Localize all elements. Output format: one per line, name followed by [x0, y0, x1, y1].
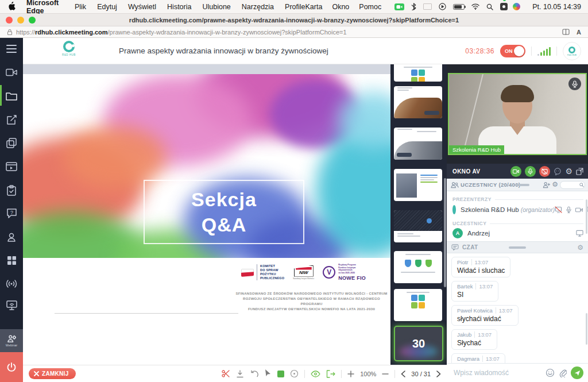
media-player-icon[interactable]: [0, 159, 23, 174]
input-language-flag-icon[interactable]: [423, 3, 432, 10]
mic-on-button[interactable]: [525, 166, 536, 177]
zoom-in-button[interactable]: [347, 371, 354, 377]
browser-addressbar[interactable]: https://rdhub.clickmeeting.com/prawne-as…: [0, 26, 588, 38]
slide-thumbnail[interactable]: [394, 86, 442, 118]
apps-grid-icon[interactable]: [0, 253, 23, 268]
zoom-out-button[interactable]: [382, 371, 389, 377]
next-slide-button[interactable]: [436, 371, 441, 377]
slide-thumbnail[interactable]: [394, 251, 442, 283]
slide-thumbnail[interactable]: [394, 289, 442, 321]
presenter-camera-icon[interactable]: [575, 207, 583, 213]
menubar-item-wyswietl[interactable]: Wyświetl: [128, 3, 156, 11]
pen-size-icon[interactable]: [290, 369, 299, 378]
slide-thumbnail-current[interactable]: 30: [394, 326, 443, 361]
connection-quality-icon[interactable]: [537, 47, 551, 56]
folder-icon[interactable]: [0, 88, 23, 103]
close-window-button[interactable]: [6, 17, 13, 24]
participants-drag-handle[interactable]: [514, 184, 529, 186]
thumbnails-scrollbar[interactable]: [444, 178, 446, 287]
attendee-screen-icon[interactable]: [576, 230, 583, 237]
wifi-icon[interactable]: [471, 3, 479, 10]
previous-slide-button[interactable]: [401, 371, 405, 377]
color-swatch[interactable]: [277, 371, 284, 377]
attendee-row[interactable]: A Andrzej: [447, 226, 588, 240]
presenter-row[interactable]: Szkolenia R&D Hub (organizator): [447, 202, 588, 217]
participants-search[interactable]: [560, 181, 585, 189]
lock-icon[interactable]: [7, 29, 13, 36]
menubar-clock[interactable]: Pt. 10.05 14:39: [532, 3, 581, 11]
menubar-item-karta[interactable]: Karta: [305, 3, 323, 11]
close-presentation-button[interactable]: ZAMKNIJ: [29, 368, 76, 379]
menubar-item-ulubione[interactable]: Ulubione: [202, 3, 230, 11]
menubar-item-profile[interactable]: Profile: [285, 3, 305, 11]
slide-canvas[interactable]: Sekcja Q&A KOMITET DO SPRAW POŻYTKU PUBL…: [23, 74, 390, 365]
participants-scrollbar[interactable]: [586, 199, 587, 234]
slide-thumbnail[interactable]: [394, 128, 442, 160]
add-person-icon[interactable]: [543, 182, 550, 188]
materials-icon[interactable]: [0, 136, 23, 151]
clipboard-check-icon[interactable]: [0, 183, 23, 198]
chat-settings-gear-icon[interactable]: ⚙: [577, 244, 583, 251]
chat-author: Dagmara: [457, 356, 479, 362]
url-text[interactable]: https://rdhub.clickmeeting.com/prawne-as…: [16, 29, 347, 36]
pointer-tool-icon[interactable]: [264, 369, 272, 379]
download-tool-icon[interactable]: [236, 370, 244, 378]
eye-visibility-icon[interactable]: [311, 371, 320, 377]
split-screen-icon[interactable]: [562, 29, 570, 35]
account-logo[interactable]: R&D HUB: [563, 42, 581, 60]
presenter-webcam[interactable]: Szkolenia R&D Hub: [448, 73, 587, 155]
power-button[interactable]: [0, 352, 23, 382]
send-message-button[interactable]: [571, 366, 583, 379]
assistant-icon[interactable]: [513, 3, 520, 10]
slide-thumbnail[interactable]: [394, 64, 442, 82]
presenter-mic-icon[interactable]: [566, 206, 571, 213]
presenter-slash-icon[interactable]: [555, 206, 562, 213]
menubar-item-narzedzia[interactable]: Narzędzia: [242, 3, 274, 11]
certificates-icon[interactable]: [0, 230, 23, 245]
exit-presentation-icon[interactable]: [326, 370, 335, 378]
menubar-item-edytuj[interactable]: Edytuj: [97, 3, 117, 11]
chat-bubble-icon[interactable]: [554, 168, 562, 175]
camera-active-icon[interactable]: [394, 3, 404, 10]
microphone-icon[interactable]: [568, 78, 581, 90]
menu-icon[interactable]: [0, 41, 23, 56]
app-status-icon[interactable]: [500, 3, 506, 10]
compose-icon[interactable]: [0, 112, 23, 127]
av-window-bar: OKNO AV ⚙: [447, 164, 588, 179]
qa-bubble-icon[interactable]: ?: [0, 206, 23, 221]
popout-window-icon[interactable]: [576, 168, 583, 175]
apple-icon[interactable]: [8, 2, 16, 12]
participants-settings-gear-icon[interactable]: ⚙: [552, 181, 558, 188]
screen-share-icon[interactable]: [0, 298, 23, 312]
emoji-icon[interactable]: [546, 368, 555, 377]
menubar-item-okno[interactable]: Okno: [332, 3, 349, 11]
sidebar-item-webinar[interactable]: Webinar: [0, 329, 23, 352]
reader-mode-icon[interactable]: A: [577, 29, 581, 36]
menubar-app-name[interactable]: Microsoft Edge: [26, 0, 64, 15]
menubar-item-historia[interactable]: Historia: [167, 3, 191, 11]
chat-message-list[interactable]: Piotr13:07 Widać i sluchac Bartek13:07 S…: [447, 253, 588, 363]
bluetooth-icon[interactable]: [411, 3, 416, 10]
undo-tool-icon[interactable]: [250, 370, 258, 377]
slide-thumbnail[interactable]: [394, 169, 442, 201]
broadcast-icon[interactable]: [0, 276, 23, 291]
battery-icon[interactable]: [453, 4, 465, 10]
on-air-toggle[interactable]: ON: [500, 45, 525, 57]
minimize-window-button[interactable]: [17, 17, 24, 24]
scissors-tool-icon[interactable]: [222, 369, 230, 378]
av-settings-gear-icon[interactable]: ⚙: [565, 167, 572, 175]
participants-search-input[interactable]: [563, 183, 579, 188]
slide-thumbnail[interactable]: [394, 210, 442, 242]
screen-share-off-button[interactable]: [539, 166, 550, 177]
spotlight-search-icon[interactable]: [486, 3, 493, 10]
chat-drag-handle[interactable]: [509, 246, 526, 249]
menubar-item-plik[interactable]: Plik: [75, 3, 86, 11]
camera-icon[interactable]: [0, 65, 23, 80]
menubar-item-pomoc[interactable]: Pomoc: [359, 3, 381, 11]
attachment-icon[interactable]: [559, 369, 567, 377]
camera-on-button[interactable]: [510, 166, 521, 177]
play-circle-icon[interactable]: [439, 3, 446, 10]
chat-scrollbar[interactable]: [586, 313, 587, 345]
fullscreen-window-button[interactable]: [29, 17, 36, 24]
chat-message-input[interactable]: [454, 369, 528, 377]
